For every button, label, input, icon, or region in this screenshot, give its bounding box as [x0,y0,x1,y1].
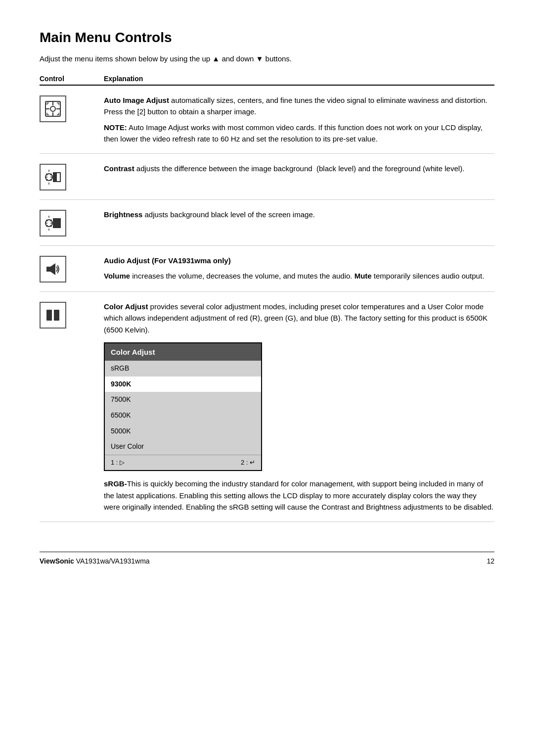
footer-btn-1: 1 : ▷ [111,458,125,468]
footer-model: VA1931wa/VA1931wma [76,557,150,565]
explanation-contrast: Contrast adjusts the difference between … [104,163,494,174]
footer-page-number: 12 [487,557,494,565]
color-adjust-icon [40,302,66,329]
contrast-icon [40,164,66,190]
icon-cell-audio [40,255,104,283]
color-adjust-menu: Color Adjust sRGB 9300K 7500K 6500K 5000… [104,342,262,472]
explanation-audio: Audio Adjust (For VA1931wma only) Volume… [104,255,494,282]
table-row: Audio Adjust (For VA1931wma only) Volume… [40,246,494,292]
color-adjust-menu-footer: 1 : ▷ 2 : ↵ [105,455,261,470]
svg-rect-26 [53,219,60,228]
page-title: Main Menu Controls [40,30,494,46]
color-menu-item-srgb[interactable]: sRGB [105,361,261,377]
color-menu-item-6500k[interactable]: 6500K [105,408,261,424]
table-row: Brightness adjusts background black leve… [40,200,494,246]
svg-rect-16 [53,173,57,182]
intro-text: Adjust the menu items shown below by usi… [40,54,494,63]
color-menu-item-7500k[interactable]: 7500K [105,392,261,408]
footer-brand: ViewSonic [40,557,74,565]
audio-icon [40,256,66,283]
color-adjust-menu-title: Color Adjust [105,343,261,361]
icon-cell-color-adjust [40,301,104,329]
table-row: Color Adjust provides several color adju… [40,292,494,522]
table-row: Auto Image Adjust automatically sizes, c… [40,86,494,154]
svg-point-5 [50,106,55,111]
explanation-auto-image-adjust: Auto Image Adjust automatically sizes, c… [104,94,494,144]
svg-rect-27 [46,267,50,272]
footer: ViewSonic VA1931wa/VA1931wma 12 [40,552,494,565]
table-header: Control Explanation [40,75,494,86]
brightness-icon [40,210,66,236]
auto-image-adjust-icon [40,95,66,122]
color-menu-item-5000k[interactable]: 5000K [105,424,261,439]
footer-btn-2: 2 : ↵ [241,458,255,468]
svg-rect-29 [46,310,52,321]
svg-marker-28 [50,263,55,275]
color-menu-item-user-color[interactable]: User Color [105,439,261,455]
color-menu-item-9300k[interactable]: 9300K [105,377,261,392]
explanation-color-adjust: Color Adjust provides several color adju… [104,301,494,513]
col-explanation-header: Explanation [104,75,143,83]
icon-cell-contrast [40,163,104,190]
icon-cell-auto-image-adjust [40,94,104,122]
col-control-header: Control [40,75,104,83]
svg-rect-30 [53,310,59,321]
table-row: Contrast adjusts the difference between … [40,154,494,200]
icon-cell-brightness [40,209,104,236]
footer-brand-model: ViewSonic VA1931wa/VA1931wma [40,557,150,565]
svg-rect-31 [52,310,54,321]
explanation-brightness: Brightness adjusts background black leve… [104,209,494,220]
